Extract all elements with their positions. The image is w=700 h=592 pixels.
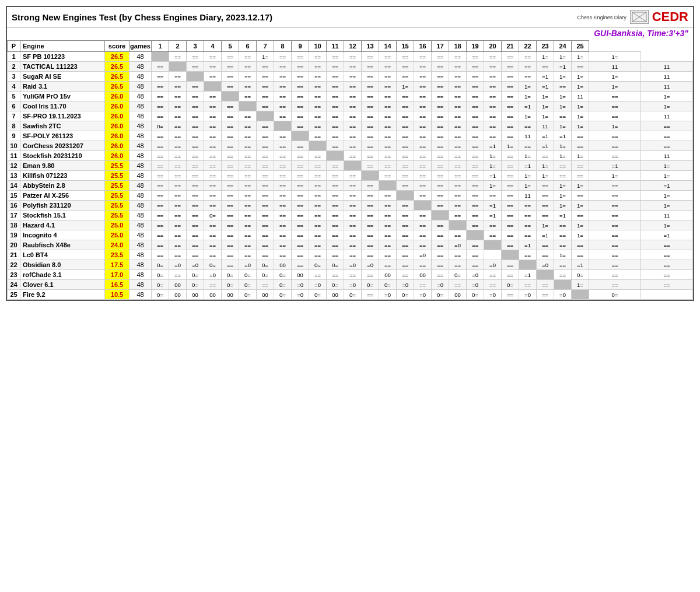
col-header-14: 11 — [327, 41, 344, 52]
result-cell: == — [257, 101, 274, 111]
result-cell: 0= — [152, 290, 169, 300]
result-cell: == — [292, 211, 309, 220]
result-cell: =0 — [467, 270, 484, 280]
result-cell: == — [309, 52, 327, 62]
result-cell: == — [187, 82, 204, 92]
result-cell: == — [327, 230, 344, 240]
games-cell: 48 — [130, 92, 152, 101]
result-cell: == — [379, 201, 397, 211]
result-cell: == — [292, 151, 309, 161]
result-cell: 00 — [327, 290, 344, 300]
result-cell: == — [222, 82, 239, 92]
result-cell: == — [641, 260, 693, 270]
col-header-25: 22 — [519, 41, 537, 52]
result-cell: == — [187, 201, 204, 211]
result-cell: == — [309, 181, 327, 191]
result-cell: == — [309, 191, 327, 201]
result-cell: 11 — [589, 62, 641, 72]
result-cell: 0= — [467, 290, 484, 300]
engine-cell: TACTICAL 111223 — [20, 62, 105, 72]
result-cell — [344, 161, 362, 171]
pos-cell: 15 — [8, 191, 20, 201]
engine-cell: Eman 9.80 — [20, 161, 105, 171]
result-cell: == — [257, 211, 274, 220]
result-cell: == — [257, 62, 274, 72]
result-cell: == — [222, 230, 239, 240]
result-cell: 1= — [257, 52, 274, 62]
col-header-4: 1 — [152, 41, 169, 52]
main-container: Strong New Engines Test (by Chess Engine… — [6, 6, 694, 301]
result-cell: == — [169, 201, 187, 211]
result-cell: == — [449, 201, 467, 211]
result-cell: 0= — [397, 290, 414, 300]
pos-cell: 5 — [8, 92, 20, 101]
result-cell: 1= — [589, 82, 641, 92]
table-row: 10CorChess 2023120726.048===============… — [8, 141, 693, 151]
result-cell: == — [344, 181, 362, 191]
result-cell: == — [502, 62, 519, 72]
result-cell: 00 — [222, 290, 239, 300]
result-cell: == — [362, 191, 379, 201]
result-cell: 1= — [537, 220, 554, 230]
engine-cell: SF-POLY 261123 — [20, 131, 105, 141]
pos-cell: 17 — [8, 211, 20, 220]
result-cell: 0= — [274, 280, 292, 290]
subtitle-bar: GUI-Banksia, Time:3'+3" — [7, 27, 693, 40]
result-cell: == — [309, 161, 327, 171]
result-cell: 1= — [572, 101, 589, 111]
result-cell: =1 — [519, 240, 537, 250]
result-cell: == — [432, 82, 449, 92]
result-cell: == — [327, 240, 344, 250]
result-cell: == — [502, 220, 519, 230]
result-cell: == — [502, 181, 519, 191]
result-cell: == — [432, 141, 449, 151]
result-cell: == — [502, 52, 519, 62]
result-cell: == — [222, 141, 239, 151]
result-cell: == — [449, 72, 467, 82]
table-row: 21Lc0 BT423.548=========================… — [8, 250, 693, 260]
result-cell: == — [362, 131, 379, 141]
result-cell: == — [257, 230, 274, 240]
table-row: 25Fire 9.210.5480=000000000=000==00=000=… — [8, 290, 693, 300]
result-cell: == — [152, 161, 169, 171]
result-cell: == — [204, 92, 222, 101]
result-cell: == — [187, 181, 204, 191]
result-cell: == — [449, 161, 467, 171]
result-cell: == — [502, 260, 519, 270]
result-cell: == — [379, 161, 397, 171]
result-cell: == — [467, 181, 484, 191]
engine-cell: Cool Iris 11.70 — [20, 101, 105, 111]
result-cell: == — [484, 121, 502, 131]
result-cell: =0 — [379, 290, 397, 300]
result-cell: == — [309, 211, 327, 220]
games-cell: 48 — [130, 161, 152, 171]
score-cell: 25.5 — [105, 171, 130, 181]
result-cell: 0= — [222, 270, 239, 280]
result-cell: == — [379, 211, 397, 220]
result-cell: == — [204, 181, 222, 191]
result-cell: == — [152, 151, 169, 161]
result-cell: =0 — [292, 280, 309, 290]
result-cell: == — [414, 161, 432, 171]
result-cell: == — [169, 111, 187, 121]
result-cell: 0= — [152, 270, 169, 280]
result-cell: == — [379, 240, 397, 250]
result-cell: 1= — [484, 151, 502, 161]
result-cell: == — [572, 191, 589, 201]
result-cell: == — [327, 52, 344, 62]
result-cell: == — [449, 92, 467, 101]
games-cell: 48 — [130, 181, 152, 191]
result-cell: == — [484, 62, 502, 72]
result-cell: == — [187, 230, 204, 240]
result-cell: == — [449, 181, 467, 191]
col-header-10: 7 — [257, 41, 274, 52]
table-row: 4Raid 3.126.548=========================… — [8, 82, 693, 92]
result-cell: == — [274, 181, 292, 191]
result-cell: == — [572, 131, 589, 141]
result-cell: == — [292, 250, 309, 260]
result-cell: == — [239, 181, 257, 191]
result-cell — [204, 82, 222, 92]
games-cell: 48 — [130, 240, 152, 250]
result-cell: == — [204, 250, 222, 260]
result-cell: =0 — [432, 280, 449, 290]
